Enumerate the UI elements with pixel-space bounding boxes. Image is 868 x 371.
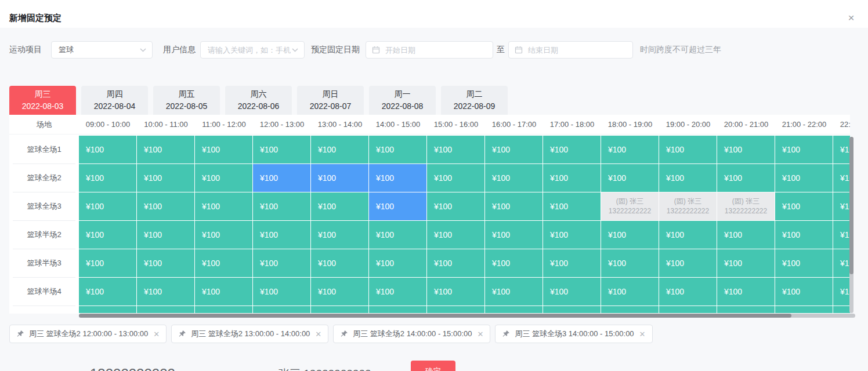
slot-cell[interactable]: ¥100	[195, 221, 252, 249]
slot-cell[interactable]: ¥100	[659, 221, 717, 249]
slot-cell[interactable]: ¥100	[311, 136, 368, 163]
slot-cell[interactable]: ¥100	[369, 221, 426, 249]
slot-cell[interactable]: ¥100	[253, 136, 310, 163]
slot-cell[interactable]: ¥100	[775, 278, 833, 305]
slot-cell[interactable]: ¥100	[601, 249, 659, 277]
slot-cell[interactable]: ¥100	[775, 136, 833, 163]
slot-cell[interactable]	[717, 306, 775, 313]
slot-cell[interactable]: ¥100	[369, 278, 426, 305]
vertical-scrollbar[interactable]	[849, 137, 853, 313]
slot-cell-selected[interactable]: ¥100	[369, 164, 426, 192]
slot-cell[interactable]: ¥100	[137, 249, 194, 277]
slot-cell[interactable]: ¥100	[601, 164, 659, 192]
day-tab-2022-08-07[interactable]: 周日2022-08-07	[297, 86, 364, 115]
slot-cell[interactable]: ¥100	[601, 221, 659, 249]
remove-tag-icon[interactable]: ✕	[639, 330, 646, 339]
slot-cell[interactable]: ¥100	[137, 221, 194, 249]
slot-cell[interactable]: ¥100	[659, 136, 717, 163]
slot-cell[interactable]: ¥100	[543, 278, 601, 305]
slot-cell[interactable]: ¥100	[717, 164, 775, 192]
slot-cell[interactable]: ¥100	[195, 164, 252, 192]
start-date-input[interactable]	[366, 41, 493, 59]
slot-cell[interactable]: ¥100	[427, 221, 484, 249]
slot-cell[interactable]: ¥100	[79, 278, 136, 305]
end-date-input[interactable]	[508, 41, 633, 59]
slot-cell[interactable]: ¥100	[485, 136, 542, 163]
slot-cell[interactable]	[427, 306, 484, 313]
day-tab-2022-08-05[interactable]: 周五2022-08-05	[153, 86, 220, 115]
slot-cell[interactable]	[137, 306, 194, 313]
slot-cell[interactable]: ¥100	[427, 249, 484, 277]
slot-cell[interactable]: ¥100	[253, 221, 310, 249]
slot-cell[interactable]	[775, 306, 833, 313]
slot-cell[interactable]: ¥100	[137, 278, 194, 305]
start-date-field[interactable]	[384, 45, 487, 55]
slot-cell[interactable]	[253, 306, 310, 313]
slot-cell[interactable]	[833, 306, 850, 313]
slot-cell[interactable]: ¥100	[79, 221, 136, 249]
slot-cell[interactable]	[543, 306, 601, 313]
slot-cell[interactable]: ¥100	[485, 192, 542, 220]
slot-cell[interactable]: ¥100	[369, 249, 426, 277]
slot-cell[interactable]: ¥100	[485, 164, 542, 192]
slot-cell[interactable]: ¥100	[833, 278, 850, 305]
slot-cell[interactable]: ¥100	[195, 136, 252, 163]
day-tab-2022-08-04[interactable]: 周四2022-08-04	[81, 86, 148, 115]
end-date-field[interactable]	[527, 45, 627, 55]
slot-cell[interactable]: ¥100	[543, 136, 601, 163]
vertical-scrollbar-thumb[interactable]	[849, 137, 853, 274]
user-search-select[interactable]	[200, 41, 305, 59]
slot-cell[interactable]: ¥100	[137, 136, 194, 163]
remove-tag-icon[interactable]: ✕	[153, 330, 160, 339]
slot-cell[interactable]: ¥100	[79, 164, 136, 192]
slot-cell[interactable]	[601, 306, 659, 313]
slot-cell[interactable]: ¥100	[195, 249, 252, 277]
slot-cell[interactable]: ¥100	[485, 278, 542, 305]
slot-cell[interactable]: ¥100	[253, 278, 310, 305]
slot-cell[interactable]: ¥100	[775, 192, 833, 220]
slot-cell[interactable]	[485, 306, 542, 313]
remove-tag-icon[interactable]: ✕	[315, 330, 321, 339]
slot-cell[interactable]: ¥100	[717, 278, 775, 305]
slot-cell[interactable]: ¥100	[427, 136, 484, 163]
slot-cell[interactable]	[369, 306, 426, 313]
slot-cell[interactable]: ¥100	[833, 249, 850, 277]
slot-cell[interactable]: ¥100	[833, 164, 850, 192]
slot-cell[interactable]: ¥100	[427, 164, 484, 192]
slot-cell[interactable]: ¥100	[195, 192, 252, 220]
slot-cell[interactable]: ¥100	[775, 221, 833, 249]
slot-cell[interactable]: ¥100	[137, 192, 194, 220]
slot-cell[interactable]: ¥100	[833, 192, 850, 220]
slot-cell[interactable]: ¥100	[833, 136, 850, 163]
slot-cell[interactable]	[79, 306, 136, 313]
slot-cell[interactable]: ¥100	[311, 192, 368, 220]
slot-cell[interactable]: ¥100	[601, 278, 659, 305]
horizontal-scrollbar-thumb[interactable]	[79, 314, 791, 318]
slot-cell[interactable]: ¥100	[79, 136, 136, 163]
user-search-input[interactable]	[207, 45, 292, 55]
slot-cell[interactable]: ¥100	[485, 221, 542, 249]
slot-cell[interactable]: ¥100	[311, 221, 368, 249]
slot-cell[interactable]	[195, 306, 252, 313]
slot-cell-selected[interactable]: ¥100	[311, 164, 368, 192]
slot-cell[interactable]: ¥100	[195, 278, 252, 305]
slot-cell[interactable]: ¥100	[717, 221, 775, 249]
slot-cell[interactable]: ¥100	[717, 136, 775, 163]
slot-cell[interactable]: ¥100	[543, 249, 601, 277]
sport-select[interactable]: 篮球	[51, 41, 153, 59]
slot-cell[interactable]: ¥100	[427, 192, 484, 220]
slot-cell-selected[interactable]: ¥100	[253, 164, 310, 192]
slot-cell[interactable]: ¥100	[833, 221, 850, 249]
remove-tag-icon[interactable]: ✕	[477, 330, 483, 339]
day-tab-2022-08-06[interactable]: 周六2022-08-06	[225, 86, 292, 115]
slot-cell-selected[interactable]: ¥100	[369, 192, 426, 220]
slot-cell[interactable]: ¥100	[543, 164, 601, 192]
slot-cell[interactable]: ¥100	[543, 221, 601, 249]
slot-cell[interactable]: ¥100	[79, 249, 136, 277]
day-tab-2022-08-08[interactable]: 周一2022-08-08	[369, 86, 436, 115]
slot-cell[interactable]: ¥100	[659, 278, 717, 305]
slot-cell[interactable]: ¥100	[775, 249, 833, 277]
slot-cell[interactable]: ¥100	[659, 249, 717, 277]
slot-cell[interactable]: ¥100	[137, 164, 194, 192]
slot-cell[interactable]: ¥100	[717, 249, 775, 277]
